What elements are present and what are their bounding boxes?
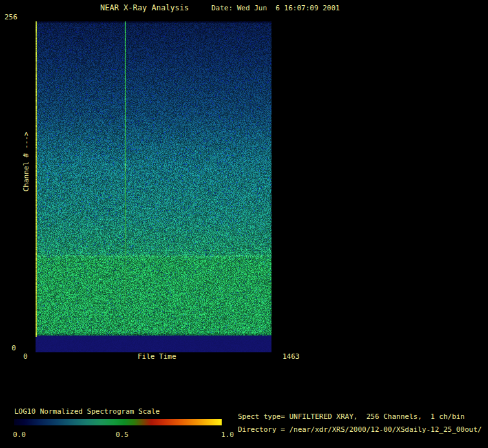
colorbar-tick-mid: 0.5: [116, 431, 129, 439]
y-axis-min-label: 0: [12, 345, 16, 352]
spect-type-info: Spect type= UNFILTERED XRAY, 256 Channel…: [238, 413, 465, 421]
header-date: Date: Wed Jun 6 16:07:09 2001: [211, 5, 340, 12]
page-title: NEAR X-Ray Analysis: [100, 4, 189, 12]
colorbar-title: LOG10 Normalized Spectrogram Scale: [14, 408, 160, 416]
x-axis-max-label: 1463: [282, 353, 300, 361]
colorbar-tick-low: 0.0: [13, 431, 26, 439]
colorbar-tick-high: 1.0: [221, 431, 234, 439]
x-axis-min-label: 0: [23, 353, 28, 361]
spectrogram-heatmap: [36, 21, 271, 352]
y-axis-title: Channel # --->: [23, 132, 30, 192]
y-axis-max-label: 256: [5, 14, 17, 21]
x-axis-title: File Time: [138, 353, 176, 361]
directory-info: Directory = /near/xdr/XRS/2000/12-00/XSd…: [238, 426, 482, 434]
near-xray-analysis-window: NEAR X-Ray Analysis Date: Wed Jun 6 16:0…: [0, 0, 488, 448]
colorbar-gradient: [14, 419, 222, 425]
